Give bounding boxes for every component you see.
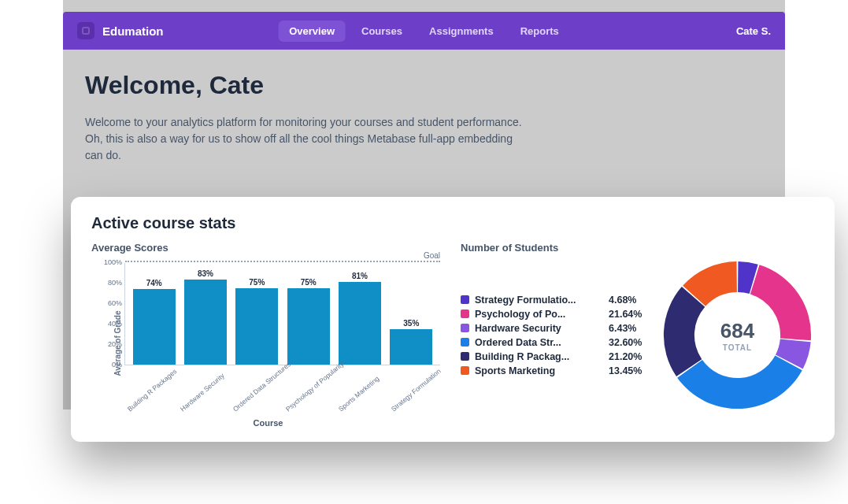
legend-pct: 4.68% — [609, 295, 636, 306]
stats-title: Active course stats — [91, 214, 814, 232]
legend-name: Hardware Security — [475, 323, 601, 334]
legend-swatch — [461, 352, 469, 361]
navbar: Edumation Overview Courses Assignments R… — [63, 12, 785, 50]
y-tick: 0% — [98, 361, 122, 369]
donut-chart-section: Number of Students Strategy Formulatio..… — [461, 242, 814, 428]
page-title: Welcome, Cate — [85, 71, 526, 100]
user-menu[interactable]: Cate S. — [736, 25, 771, 37]
x-tick: Building R Packages — [126, 380, 164, 413]
legend-pct: 21.20% — [609, 351, 642, 362]
legend-pct: 32.60% — [609, 337, 642, 348]
legend-name: Building R Packag... — [475, 351, 601, 362]
goal-label: Goal — [422, 251, 442, 260]
bar[interactable]: 35% — [390, 319, 432, 365]
legend-name: Sports Marketing — [475, 365, 601, 376]
x-tick: Psychology of Popularity — [284, 380, 322, 413]
y-tick: 100% — [98, 258, 122, 266]
bar[interactable]: 81% — [339, 272, 381, 365]
bar[interactable]: 75% — [235, 278, 278, 365]
legend-swatch — [461, 324, 469, 332]
logo-icon — [77, 22, 94, 39]
nav-reports[interactable]: Reports — [509, 20, 570, 42]
bar-value-label: 83% — [198, 269, 213, 278]
legend-item[interactable]: Hardware Security6.43% — [461, 321, 645, 335]
bar-value-label: 74% — [146, 279, 162, 287]
legend-swatch — [461, 366, 469, 375]
x-tick: Ordered Data Structures — [231, 380, 269, 413]
page-subtitle: Welcome to your analytics platform for m… — [85, 114, 526, 164]
bar-rect — [235, 288, 278, 365]
legend-swatch — [461, 338, 469, 346]
y-tick: 40% — [98, 320, 122, 328]
x-tick: Strategy Formulation — [389, 380, 427, 413]
bar-rect — [184, 280, 227, 365]
bar-rect — [133, 289, 176, 365]
legend-swatch — [461, 309, 469, 318]
x-axis-label: Course — [91, 418, 445, 428]
donut-chart: 684 TOTAL — [661, 258, 814, 412]
legend-pct: 13.45% — [609, 365, 642, 376]
bar[interactable]: 75% — [287, 278, 330, 365]
bar-chart-section: Average Scores Average of Grade Goal 74%… — [91, 242, 445, 428]
donut-legend: Strategy Formulatio...4.68%Psychology of… — [461, 293, 645, 378]
legend-item[interactable]: Strategy Formulatio...4.68% — [461, 293, 645, 307]
nav-overview[interactable]: Overview — [278, 20, 346, 42]
nav-tabs: Overview Courses Assignments Reports — [278, 20, 570, 42]
bar-value-label: 75% — [301, 278, 317, 287]
donut-chart-title: Number of Students — [461, 242, 814, 254]
y-tick: 80% — [98, 279, 122, 287]
bar-chart-title: Average Scores — [91, 242, 445, 254]
nav-assignments[interactable]: Assignments — [418, 20, 505, 42]
stats-card: Active course stats Average Scores Avera… — [71, 197, 835, 442]
nav-courses[interactable]: Courses — [350, 20, 413, 42]
y-tick: 60% — [98, 299, 122, 307]
legend-swatch — [461, 295, 469, 304]
x-tick: Hardware Security — [179, 380, 217, 413]
legend-name: Strategy Formulatio... — [475, 295, 601, 306]
bar-value-label: 75% — [249, 278, 265, 287]
donut-total-label: TOTAL — [723, 343, 752, 352]
legend-name: Psychology of Po... — [475, 309, 601, 320]
bar-rect — [390, 329, 432, 365]
legend-item[interactable]: Sports Marketing13.45% — [461, 364, 645, 378]
brand-name: Edumation — [102, 24, 164, 38]
bar-value-label: 35% — [403, 319, 419, 328]
welcome-block: Welcome, Cate Welcome to your analytics … — [85, 71, 526, 164]
donut-total-value: 684 — [720, 319, 754, 343]
legend-item[interactable]: Psychology of Po...21.64% — [461, 307, 645, 321]
bar-chart: Average of Grade Goal 74%83%75%75%81%35%… — [91, 258, 445, 428]
legend-name: Ordered Data Str... — [475, 337, 601, 348]
legend-item[interactable]: Ordered Data Str...32.60% — [461, 335, 645, 350]
y-tick: 20% — [98, 340, 122, 348]
goal-line: Goal — [125, 261, 440, 262]
bar-rect — [339, 282, 381, 365]
bar-value-label: 81% — [352, 272, 368, 280]
legend-pct: 21.64% — [609, 309, 642, 320]
bar-rect — [287, 288, 330, 365]
bar[interactable]: 74% — [133, 279, 176, 365]
legend-pct: 6.43% — [609, 323, 636, 334]
x-tick: Sports Marketing — [336, 380, 374, 413]
bar[interactable]: 83% — [184, 269, 227, 365]
legend-item[interactable]: Building R Packag...21.20% — [461, 350, 645, 364]
